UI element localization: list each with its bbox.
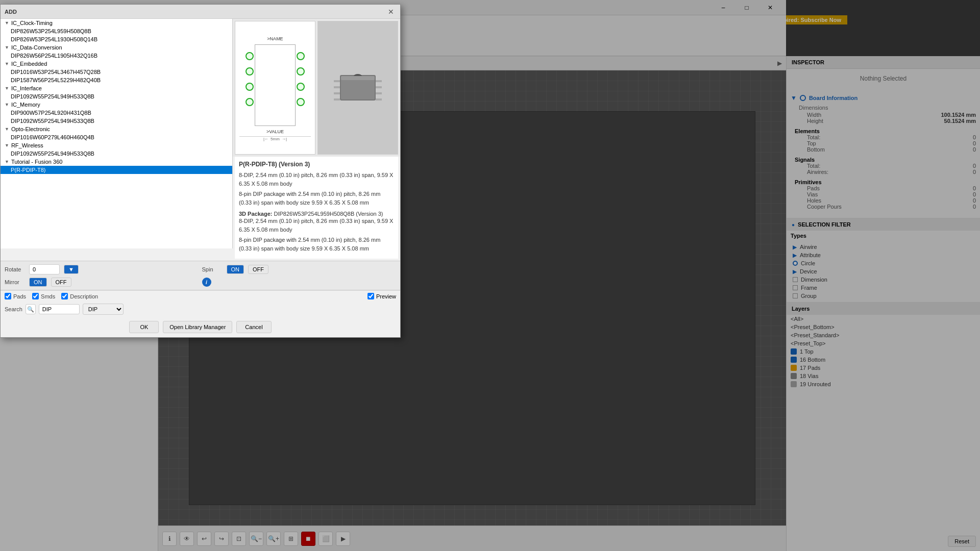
pin-8: [297, 98, 305, 106]
mirror-label: Mirror: [5, 279, 25, 285]
smds-checkbox[interactable]: [32, 293, 39, 299]
cancel-button[interactable]: Cancel: [236, 321, 271, 333]
detail-desc2: 8-pin DIP package with 2.54 mm (0.10 in)…: [239, 190, 394, 207]
description-option[interactable]: Description: [61, 293, 98, 299]
controls-section: Rotate ▼ Spin ON OFF Mirror ON OFF i: [1, 261, 400, 290]
search-row-dialog: Search 🔍 DIP: [1, 302, 400, 317]
svg-rect-12: [334, 92, 340, 94]
pin-4: [246, 98, 254, 106]
pads-option[interactable]: Pads: [5, 293, 26, 299]
svg-rect-14: [376, 80, 382, 82]
dialog-footer: OK Open Library Manager Cancel: [1, 317, 400, 337]
spin-row: Spin ON OFF: [202, 264, 397, 274]
tree-category-ic-data[interactable]: ▼ IC_Data-Conversion: [1, 43, 232, 52]
tree-category-ic-memory[interactable]: ▼ IC_Memory: [1, 101, 232, 109]
info-icon[interactable]: i: [202, 278, 211, 287]
schematic-value-label: >VALUE: [266, 129, 284, 134]
search-dropdown[interactable]: DIP: [83, 304, 124, 315]
tree-item-dip1016-opto[interactable]: DIP1016W60P279L460H460Q4B: [1, 133, 232, 141]
svg-rect-11: [334, 86, 340, 88]
tree-category-rf[interactable]: ▼ RF_Wireless: [1, 141, 232, 149]
spin-on-button[interactable]: ON: [227, 265, 244, 274]
description-label: Description: [70, 293, 98, 299]
tree-category-ic-embedded[interactable]: ▼ IC_Embedded: [1, 60, 232, 68]
tree-item-dip900[interactable]: DIP900W57P254L920H431Q8B: [1, 109, 232, 117]
svg-rect-15: [376, 86, 382, 88]
detail-3d-section: 3D Package: DIP826W53P254L959H508Q8B (Ve…: [239, 211, 394, 217]
search-label: Search: [5, 306, 22, 312]
tree-item-dip1092-interface[interactable]: DIP1092W55P254L949H533Q8B: [1, 92, 232, 101]
smds-option[interactable]: Smds: [32, 293, 55, 299]
mirror-row: Mirror ON OFF: [5, 278, 199, 287]
tree-arrow-ic-clock: ▼: [5, 20, 9, 26]
rotate-label: Rotate: [5, 266, 25, 272]
rotate-input[interactable]: [29, 264, 60, 274]
pin-2: [246, 67, 254, 76]
mirror-on-button[interactable]: ON: [29, 278, 47, 287]
search-input-dialog[interactable]: [39, 304, 80, 314]
dialog-title: ADD: [5, 9, 386, 15]
pin-6: [297, 67, 305, 76]
ok-button[interactable]: OK: [129, 321, 159, 333]
schematic-ruler: |← 5mm →|: [239, 136, 311, 141]
pin-7: [297, 83, 305, 91]
spin-off-button[interactable]: OFF: [248, 265, 268, 274]
search-icon-button[interactable]: 🔍: [26, 304, 36, 314]
rotate-dropdown-button[interactable]: ▼: [64, 265, 79, 274]
preview-row: >NAME >VALUE: [233, 19, 400, 157]
detail-desc1: 8-DIP, 2.54 mm (0.10 in) pitch, 8.26 mm …: [239, 171, 394, 188]
tree-item-dip1016[interactable]: DIP1016W53P254L3467H457Q28B: [1, 68, 232, 76]
description-checkbox[interactable]: [61, 293, 68, 299]
3d-package-svg: [330, 65, 386, 111]
rotate-row: Rotate ▼: [5, 264, 199, 274]
detail-title: P(R-PDIP-T8) (Version 3): [239, 161, 394, 168]
3d-preview: [317, 21, 398, 155]
svg-rect-17: [376, 98, 382, 101]
pin-3: [246, 83, 254, 91]
svg-rect-19: [341, 76, 375, 80]
tree-category-tutorial[interactable]: ▼ Tutorial - Fusion 360: [1, 158, 232, 166]
schematic-preview: >NAME >VALUE: [235, 21, 315, 155]
detail-3d-name: DIP826W53P254L959H508Q8B (Version 3): [274, 211, 383, 217]
preview-option: Preview: [368, 293, 396, 299]
info-section: i: [202, 278, 397, 287]
dialog-body: ▼ IC_Clock-Timing DIP826W53P254L959H508Q…: [1, 19, 400, 261]
tree-item-dip1092-rf[interactable]: DIP1092W55P254L949H533Q8B: [1, 149, 232, 158]
tree-item-dip826-1[interactable]: DIP826W53P254L959H508Q8B: [1, 27, 232, 35]
tree-item-p-pdip-t8[interactable]: P(R-PDIP-T8): [1, 166, 232, 174]
tree-category-ic-clock[interactable]: ▼ IC_Clock-Timing: [1, 19, 232, 27]
tree-item-dip1092-memory[interactable]: DIP1092W55P254L949H533Q8B: [1, 117, 232, 125]
dialog-overlay: ADD ✕ ▼ IC_Clock-Timing DIP826W53P254L95…: [0, 0, 980, 551]
spin-label: Spin: [202, 266, 223, 272]
schematic-name-label: >NAME: [267, 36, 283, 41]
schematic-diagram: >NAME >VALUE: [239, 34, 311, 141]
tree-category-ic-interface[interactable]: ▼ IC_Interface: [1, 84, 232, 92]
svg-rect-13: [334, 98, 340, 101]
detail-3d-desc2: 8-pin DIP package with 2.54 mm (0.10 in)…: [239, 236, 394, 253]
smds-label: Smds: [41, 293, 55, 299]
svg-rect-10: [334, 80, 340, 82]
tree-item-dip826-2[interactable]: DIP826W53P254L1930H508Q14B: [1, 35, 232, 43]
pads-checkbox[interactable]: [5, 293, 11, 299]
add-dialog: ADD ✕ ▼ IC_Clock-Timing DIP826W53P254L95…: [0, 4, 401, 338]
tree-panel: ▼ IC_Clock-Timing DIP826W53P254L959H508Q…: [1, 19, 233, 248]
detail-3d-label: 3D Package:: [239, 211, 272, 217]
tree-item-dip1587[interactable]: DIP1587W56P254L5229H482Q40B: [1, 76, 232, 84]
detail-3d-desc1: 8-DIP, 2.54 mm (0.10 in) pitch, 8.26 mm …: [239, 217, 394, 234]
preview-checkbox[interactable]: [368, 293, 374, 299]
preview-label: Preview: [376, 293, 396, 299]
schematic-body: [255, 44, 296, 126]
options-row: Pads Smds Description Preview: [1, 290, 400, 302]
pads-label: Pads: [13, 293, 26, 299]
tree-category-opto[interactable]: ▼ Opto-Electronic: [1, 125, 232, 133]
pin-1: [246, 52, 254, 60]
detail-panel: P(R-PDIP-T8) (Version 3) 8-DIP, 2.54 mm …: [235, 157, 398, 259]
mirror-off-button[interactable]: OFF: [51, 278, 71, 287]
dialog-close-button[interactable]: ✕: [386, 7, 396, 17]
svg-rect-16: [376, 92, 382, 94]
dialog-titlebar[interactable]: ADD ✕: [1, 5, 400, 19]
pin-5: [297, 52, 305, 60]
preview-detail-panel: >NAME >VALUE: [233, 19, 400, 261]
open-library-button[interactable]: Open Library Manager: [163, 321, 232, 333]
tree-item-dip826-data[interactable]: DIP826W56P254L1905H432Q16B: [1, 52, 232, 60]
